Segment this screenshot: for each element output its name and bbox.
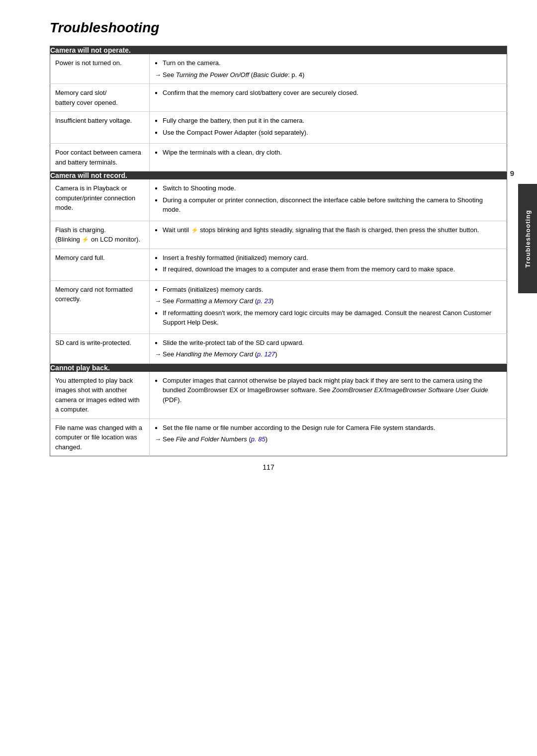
page-title: Troubleshooting bbox=[50, 20, 507, 36]
side-number: 9 bbox=[510, 169, 514, 177]
table-row: Power is not turned on. Turn on the came… bbox=[50, 54, 507, 84]
table-row: You attempted to play back images shot w… bbox=[50, 372, 507, 419]
section-header-row-2: Camera will not record. bbox=[50, 171, 507, 180]
table-row: Memory card not formatted correctly. For… bbox=[50, 280, 507, 334]
list-item: Insert a freshly formatted (initialized)… bbox=[155, 253, 502, 263]
list-item: Computer images that cannot otherwise be… bbox=[155, 376, 502, 405]
solution-cell: Insert a freshly formatted (initialized)… bbox=[150, 249, 507, 280]
solution-cell: Wait until ⚡ stops blinking and lights s… bbox=[150, 221, 507, 249]
list-item: During a computer or printer connection,… bbox=[155, 195, 502, 215]
list-item: Wait until ⚡ stops blinking and lights s… bbox=[155, 225, 502, 235]
troubleshooting-table: Camera will not operate. Power is not tu… bbox=[50, 46, 507, 456]
solution-cell: Confirm that the memory card slot/batter… bbox=[150, 84, 507, 112]
flash-icon: ⚡ bbox=[82, 235, 89, 244]
section-header-row-3: Cannot play back. bbox=[50, 363, 507, 372]
arrow-item: See Handling the Memory Card (p. 127) bbox=[155, 349, 502, 359]
solution-cell: Set the file name or file number accordi… bbox=[150, 419, 507, 456]
section-header-3: Cannot play back. bbox=[50, 363, 507, 372]
table-row: File name was changed with a computer or… bbox=[50, 419, 507, 456]
list-item: Formats (initializes) memory cards. bbox=[155, 285, 502, 295]
cause-cell: Flash is charging.(Blinking ⚡ on LCD mon… bbox=[50, 221, 150, 249]
cause-cell: File name was changed with a computer or… bbox=[50, 419, 150, 456]
list-item: If required, download the images to a co… bbox=[155, 264, 502, 274]
cause-cell: Insufficient battery voltage. bbox=[50, 112, 150, 144]
list-item: Switch to Shooting mode. bbox=[155, 183, 502, 193]
list-item: Turn on the camera. bbox=[155, 58, 502, 68]
solution-cell: Slide the write-protect tab of the SD ca… bbox=[150, 334, 507, 363]
cause-cell: Poor contact between camera and battery … bbox=[50, 144, 150, 171]
list-item: Wipe the terminals with a clean, dry clo… bbox=[155, 148, 502, 158]
solution-cell: Computer images that cannot otherwise be… bbox=[150, 372, 507, 419]
page-number: 117 bbox=[263, 463, 274, 471]
cause-cell: Memory card slot/battery cover opened. bbox=[50, 84, 150, 112]
list-item: If reformatting doesn't work, the memory… bbox=[155, 308, 502, 328]
arrow-item: See File and Folder Numbers (p. 85) bbox=[155, 434, 502, 444]
table-row: SD card is write-protected. Slide the wr… bbox=[50, 334, 507, 363]
arrow-item: See Formatting a Memory Card (p. 23) bbox=[155, 296, 502, 306]
solution-cell: Wipe the terminals with a clean, dry clo… bbox=[150, 144, 507, 171]
table-row: Flash is charging.(Blinking ⚡ on LCD mon… bbox=[50, 221, 507, 249]
page-container: Troubleshooting Camera will not operate.… bbox=[20, 0, 517, 486]
section-header-2: Camera will not record. bbox=[50, 171, 507, 180]
cause-cell: You attempted to play back images shot w… bbox=[50, 372, 150, 419]
table-row: Camera is in Playback or computer/printe… bbox=[50, 179, 507, 221]
section-header-1: Camera will not operate. bbox=[50, 46, 507, 55]
cause-cell: Memory card not formatted correctly. bbox=[50, 280, 150, 334]
cause-cell: Memory card full. bbox=[50, 249, 150, 280]
arrow-item: See Turning the Power On/Off (Basic Guid… bbox=[155, 70, 502, 80]
table-row: Poor contact between camera and battery … bbox=[50, 144, 507, 171]
section-header-row-1: Camera will not operate. bbox=[50, 46, 507, 55]
solution-cell: Formats (initializes) memory cards. See … bbox=[150, 280, 507, 334]
table-row: Insufficient battery voltage. Fully char… bbox=[50, 112, 507, 144]
solution-cell: Switch to Shooting mode. During a comput… bbox=[150, 179, 507, 221]
table-row: Memory card slot/battery cover opened. C… bbox=[50, 84, 507, 112]
solution-cell: Turn on the camera. See Turning the Powe… bbox=[150, 54, 507, 84]
solution-cell: Fully charge the battery, then put it in… bbox=[150, 112, 507, 144]
cause-cell: Power is not turned on. bbox=[50, 54, 150, 84]
side-tab-label: Troubleshooting bbox=[524, 210, 532, 268]
list-item: Use the Compact Power Adapter (sold sepa… bbox=[155, 128, 502, 138]
list-item: Fully charge the battery, then put it in… bbox=[155, 116, 502, 126]
list-item: Set the file name or file number accordi… bbox=[155, 423, 502, 433]
list-item: Slide the write-protect tab of the SD ca… bbox=[155, 338, 502, 348]
flash-icon-inline: ⚡ bbox=[191, 226, 198, 235]
list-item: Confirm that the memory card slot/batter… bbox=[155, 88, 502, 98]
cause-cell: Camera is in Playback or computer/printe… bbox=[50, 179, 150, 221]
table-row: Memory card full. Insert a freshly forma… bbox=[50, 249, 507, 280]
side-tab: Troubleshooting bbox=[518, 184, 537, 293]
cause-cell: SD card is write-protected. bbox=[50, 334, 150, 363]
